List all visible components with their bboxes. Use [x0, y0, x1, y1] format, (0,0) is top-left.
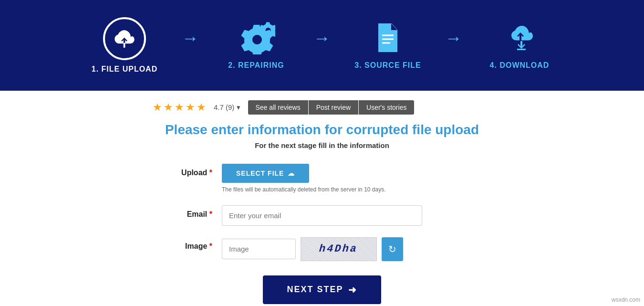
refresh-icon: ↻ [388, 243, 396, 255]
step-2-icon [237, 21, 275, 56]
upload-field: SELECT FILE ☁ The files will be automati… [222, 164, 470, 194]
rating-score: 4.7 (9) ▾ [214, 103, 240, 112]
captcha-row: Image * h4Dha ↻ [174, 237, 470, 261]
email-row: Email * [174, 205, 470, 226]
step-1: 1. FILE UPLOAD [72, 17, 177, 74]
step-3: 3. SOURCE FILE [335, 21, 440, 70]
next-arrow-icon: ➜ [348, 284, 357, 295]
page-subtitle: For the next stage fill in the informati… [255, 141, 389, 149]
step-2: 2. REPAIRING [204, 21, 309, 70]
captcha-field-wrap: h4Dha ↻ [222, 237, 470, 261]
step-1-icon [103, 17, 146, 60]
upload-label: Upload * [174, 164, 212, 177]
rating-row: ★ ★ ★ ★ ★ 4.7 (9) ▾ See all reviews Post… [153, 100, 414, 115]
star-1: ★ [153, 101, 162, 114]
email-required: * [209, 210, 212, 218]
main-content: ★ ★ ★ ★ ★ 4.7 (9) ▾ See all reviews Post… [0, 91, 644, 306]
cloud-upload-icon: ☁ [288, 169, 295, 177]
step-1-label: 1. FILE UPLOAD [92, 65, 157, 74]
document-icon [374, 21, 402, 54]
step-4-label: 4. DOWNLOAD [490, 61, 550, 70]
download-icon [500, 21, 539, 54]
select-file-button[interactable]: SELECT FILE ☁ [222, 164, 309, 183]
stars: ★ ★ ★ ★ ★ [153, 101, 206, 114]
captcha-image: h4Dha [301, 237, 377, 261]
file-note: The files will be automatically deleted … [222, 186, 470, 194]
email-field-wrap [222, 205, 470, 226]
see-all-reviews-button[interactable]: See all reviews [248, 100, 308, 115]
star-4: ★ [186, 101, 195, 114]
arrow-3: → [445, 28, 462, 48]
image-required: * [209, 242, 212, 250]
step-3-icon [374, 21, 402, 56]
upload-required: * [209, 169, 212, 177]
watermark: wsxdn.com [612, 296, 640, 303]
svg-rect-5 [517, 49, 526, 50]
upload-form: Upload * SELECT FILE ☁ The files will be… [174, 164, 470, 304]
svg-rect-0 [123, 42, 125, 47]
next-step-wrap: NEXT STEP ➜ [174, 275, 470, 304]
email-input[interactable] [222, 205, 422, 226]
svg-marker-4 [518, 41, 525, 49]
email-label: Email * [174, 205, 212, 219]
step-4-icon [500, 21, 539, 56]
upload-row: Upload * SELECT FILE ☁ The files will be… [174, 164, 470, 194]
gear-icon [237, 21, 275, 54]
captcha-inner: h4Dha ↻ [222, 237, 470, 261]
image-label: Image * [174, 237, 212, 251]
star-2: ★ [164, 101, 173, 114]
upload-cloud-icon [112, 26, 138, 52]
step-4: 4. DOWNLOAD [467, 21, 572, 70]
next-step-button[interactable]: NEXT STEP ➜ [263, 275, 381, 304]
step-2-label: 2. REPAIRING [228, 61, 284, 70]
arrow-1: → [182, 28, 199, 48]
captcha-refresh-button[interactable]: ↻ [382, 237, 403, 261]
users-stories-button[interactable]: User's stories [359, 100, 414, 115]
steps-bar: 1. FILE UPLOAD → 2. REPAIRING → 3. SOURC [0, 0, 644, 91]
arrow-2: → [313, 28, 331, 48]
page-title: Please enter information for corrupted f… [165, 122, 479, 137]
step-3-label: 3. SOURCE FILE [354, 61, 421, 70]
post-review-button[interactable]: Post review [309, 100, 358, 115]
star-5: ★ [197, 101, 206, 114]
star-3: ★ [175, 101, 184, 114]
captcha-input[interactable] [222, 239, 296, 259]
review-buttons: See all reviews Post review User's stori… [248, 100, 415, 115]
